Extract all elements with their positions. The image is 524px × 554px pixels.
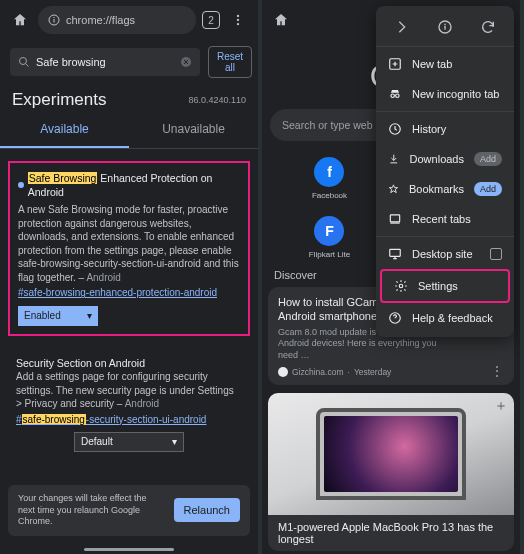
tab-count[interactable]: 2 [202,11,220,29]
refresh-icon[interactable] [477,16,499,38]
chrome-home: Go Search or type web add fFacebook ●Cri… [262,0,520,554]
svg-point-3 [237,15,239,17]
svg-rect-19 [390,249,401,256]
flipkart-icon: F [314,216,344,246]
svg-point-16 [396,94,400,98]
add-pill[interactable]: Add [474,152,502,166]
relaunch-button[interactable]: Relaunch [174,498,240,522]
flag-state-select[interactable]: Enabled▾ [18,306,98,326]
shortcut-label: Flipkart Lite [309,250,350,259]
home-indicator [84,548,174,551]
svg-rect-13 [444,24,445,25]
flag-hash-link[interactable]: #safe-browsing-enhanced-protection-andro… [18,286,217,300]
platform-text: Android [86,272,120,283]
modified-dot-icon [18,182,24,188]
home-icon[interactable] [270,9,292,31]
help-icon [388,311,402,325]
flag-safe-browsing-enhanced: Safe Browsing Enhanced Protection on And… [8,161,250,336]
tabs: Available Unavailable [0,112,258,148]
svg-point-4 [237,19,239,21]
clear-icon[interactable] [180,56,192,68]
card-overflow-icon[interactable]: ⋮ [490,363,504,379]
card-time: Yesterday [354,367,392,377]
divider [0,148,258,149]
flag-hash-link[interactable]: #safe-browsing-security-section-ui-andro… [16,413,206,427]
discover-card[interactable]: ＋ M1-powered Apple MacBook Pro 13 has th… [268,393,514,551]
info-icon [48,14,60,26]
page-header: Experiments 86.0.4240.110 [0,84,258,112]
add-pill[interactable]: Add [474,182,502,196]
flag-title: Security Section on Android [16,356,242,370]
menu-recent-tabs[interactable]: Recent tabs [376,204,514,234]
platform-text: Android [125,398,159,409]
menu-bookmarks[interactable]: BookmarksAdd [376,174,514,204]
restart-message: Your changes will take effect the next t… [18,493,166,528]
home-icon[interactable] [8,8,32,32]
menu-help[interactable]: Help & feedback [376,303,514,333]
flags-page: chrome://flags 2 Reset all Experiments 8… [0,0,258,554]
source-favicon [278,367,288,377]
search-row: Reset all [0,40,258,84]
menu-settings[interactable]: Settings [380,269,510,303]
card-meta: Gizchina.com · Yesterday [278,367,504,377]
url-text: chrome://flags [66,14,135,26]
svg-line-7 [26,64,29,67]
chevron-down-icon: ▾ [87,309,92,323]
browser-topbar: chrome://flags 2 [0,0,258,40]
gear-icon [394,279,408,293]
svg-rect-2 [54,17,55,18]
history-icon [388,122,402,136]
forward-icon[interactable] [391,16,413,38]
flag-title: Safe Browsing Enhanced Protection on And… [28,171,240,199]
menu-desktop-site[interactable]: Desktop site [376,239,514,269]
overflow-menu: New tab New incognito tab History Downlo… [376,6,514,337]
shortcut-label: Facebook [312,191,347,200]
info-icon[interactable] [434,16,456,38]
macbook-illustration [316,408,466,500]
shortcut-facebook[interactable]: fFacebook [289,157,370,200]
facebook-icon: f [314,157,344,187]
flag-state-select[interactable]: Default▾ [74,432,184,452]
desktop-icon [388,247,402,261]
star-icon [388,182,399,196]
page-title: Experiments [12,90,106,110]
svg-point-6 [20,58,27,65]
card-source: Gizchina.com [292,367,344,377]
svg-point-15 [391,94,395,98]
flag-description: A new Safe Browsing mode for faster, pro… [18,204,239,283]
search-icon [18,56,30,68]
svg-point-20 [399,284,403,288]
expand-icon[interactable]: ＋ [494,397,508,415]
menu-history[interactable]: History [376,114,514,144]
menu-downloads[interactable]: DownloadsAdd [376,144,514,174]
flag-security-section: Security Section on Android Add a settin… [8,348,250,460]
restart-bar: Your changes will take effect the next t… [8,485,250,536]
svg-point-5 [237,23,239,25]
menu-nav-row [376,10,514,44]
svg-rect-1 [54,19,55,23]
incognito-icon [388,87,402,101]
overflow-icon[interactable] [226,8,250,32]
menu-new-tab[interactable]: New tab [376,49,514,79]
checkbox[interactable] [490,248,502,260]
card-title: M1-powered Apple MacBook Pro 13 has the … [268,515,514,551]
tab-available[interactable]: Available [0,112,129,148]
version-text: 86.0.4240.110 [188,95,246,105]
plus-box-icon [388,57,402,71]
chevron-down-icon: ▾ [172,435,177,449]
shortcut-flipkart[interactable]: FFlipkart Lite [289,216,370,259]
search-box[interactable] [10,48,200,76]
recent-tabs-icon [388,212,402,226]
search-input[interactable] [36,56,174,68]
tab-unavailable[interactable]: Unavailable [129,112,258,148]
card-image: ＋ [268,393,514,515]
reset-all-button[interactable]: Reset all [208,46,252,78]
download-icon [388,152,400,166]
address-bar[interactable]: chrome://flags [38,6,196,34]
svg-rect-12 [444,26,445,30]
svg-rect-18 [390,215,399,222]
menu-incognito[interactable]: New incognito tab [376,79,514,109]
